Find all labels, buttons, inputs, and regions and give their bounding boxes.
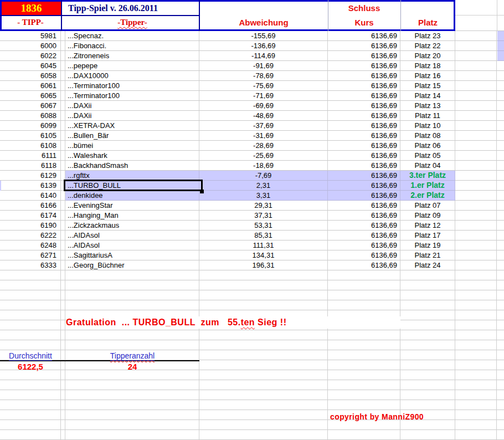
cell-empty[interactable] xyxy=(455,400,497,410)
cell-empty[interactable] xyxy=(497,71,504,81)
cell-platz[interactable]: Platz 09 xyxy=(400,211,455,221)
cell-tipper[interactable]: ...Zitroneneis xyxy=(65,51,199,61)
cell-empty[interactable] xyxy=(497,191,504,201)
cell-platz[interactable] xyxy=(400,400,455,410)
cell-empty[interactable] xyxy=(497,101,504,111)
cell-empty[interactable] xyxy=(497,211,504,221)
cell-tipp[interactable] xyxy=(0,430,61,440)
cell-abweichung[interactable]: -78,69 xyxy=(199,71,328,81)
cell-gap[interactable] xyxy=(61,370,65,380)
cell-empty[interactable] xyxy=(455,430,497,440)
cell-empty[interactable] xyxy=(455,320,497,330)
cell-tipper[interactable] xyxy=(65,400,199,410)
cell-abweichung[interactable] xyxy=(199,380,328,390)
cell-empty[interactable] xyxy=(455,101,497,111)
cell-gap[interactable] xyxy=(61,61,65,71)
cell-kurs[interactable]: 6136,69 xyxy=(328,221,400,231)
cell-abweichung[interactable]: -114,69 xyxy=(199,51,328,61)
cell-tipp[interactable]: 6174 xyxy=(0,211,61,221)
cell-abweichung[interactable]: 29,31 xyxy=(199,201,328,211)
cell-kurs[interactable]: 6136,69 xyxy=(328,111,400,121)
cell-tipper[interactable]: ...Zickzackmaus xyxy=(65,221,199,231)
cell-platz[interactable]: Platz 20 xyxy=(400,51,455,61)
cell-empty[interactable] xyxy=(497,300,504,310)
cell-gap[interactable] xyxy=(61,121,65,131)
cell-tipper[interactable] xyxy=(65,280,199,290)
cell-tipp[interactable] xyxy=(0,410,61,420)
cell-kurs[interactable]: 6136,69 xyxy=(328,191,400,201)
cell-abweichung[interactable]: 85,31 xyxy=(199,231,328,241)
cell-gap[interactable] xyxy=(61,290,65,300)
cell-tipp[interactable] xyxy=(0,300,61,310)
cell-tipp[interactable]: 6190 xyxy=(0,221,61,231)
cell-kurs[interactable]: 6136,69 xyxy=(328,231,400,241)
cell-kurs[interactable] xyxy=(328,420,400,430)
cell-abweichung[interactable]: -155,69 xyxy=(199,31,328,41)
cell-empty[interactable] xyxy=(455,390,497,400)
cell-gap[interactable] xyxy=(61,221,65,231)
cell-tipper[interactable]: ...DAX10000 xyxy=(65,71,199,81)
cell-kurs[interactable]: 6136,69 xyxy=(328,161,400,171)
cell-empty[interactable] xyxy=(455,141,497,151)
cell-abweichung[interactable]: -18,69 xyxy=(199,161,328,171)
cell-abweichung[interactable]: 111,31 xyxy=(199,241,328,250)
cell-tipper[interactable]: ...DAXii xyxy=(65,111,199,121)
cell-empty[interactable] xyxy=(497,241,504,250)
cell-tipper[interactable] xyxy=(65,380,199,390)
cell-tipper[interactable] xyxy=(65,420,199,430)
cell-platz[interactable] xyxy=(400,330,455,340)
selected-cell-border[interactable] xyxy=(64,180,203,191)
sheet-title[interactable]: Tipp-Spiel v. 26.06.2011 xyxy=(68,3,158,13)
durchschnitt-value[interactable]: 6122,5 xyxy=(0,362,61,371)
cell-abweichung[interactable] xyxy=(199,300,328,310)
cell-tipp[interactable] xyxy=(0,380,61,390)
cell-abweichung[interactable]: -136,69 xyxy=(199,41,328,51)
cell-tipper[interactable] xyxy=(65,300,199,310)
cell-abweichung[interactable]: -31,69 xyxy=(199,131,328,141)
cell-tipp[interactable] xyxy=(0,340,61,350)
cell-tipper[interactable] xyxy=(65,410,199,420)
cell-empty[interactable] xyxy=(455,31,497,41)
cell-platz[interactable]: Platz 04 xyxy=(400,161,455,171)
column-header-platz[interactable]: Platz xyxy=(400,18,455,27)
cell-empty[interactable] xyxy=(455,211,497,221)
cell-empty[interactable] xyxy=(497,380,504,390)
cell-platz[interactable] xyxy=(400,370,455,380)
cell-empty[interactable] xyxy=(497,151,504,161)
cell-empty[interactable] xyxy=(455,151,497,161)
cell-empty[interactable] xyxy=(455,300,497,310)
cell-tipp[interactable]: 6088 xyxy=(0,111,61,121)
cell-empty[interactable] xyxy=(455,71,497,81)
cell-tipper[interactable]: ...AIDAsol xyxy=(65,231,199,241)
cell-platz[interactable]: Platz 12 xyxy=(400,221,455,231)
cell-abweichung[interactable]: 3,31 xyxy=(199,191,328,201)
cell-kurs[interactable]: 6136,69 xyxy=(328,131,400,141)
cell-tipp[interactable] xyxy=(0,310,61,320)
cell-abweichung[interactable]: 196,31 xyxy=(199,260,328,270)
cell-tipp[interactable]: 6067 xyxy=(0,101,61,111)
cell-kurs[interactable]: 6136,69 xyxy=(328,71,400,81)
cell-kurs[interactable]: 6136,69 xyxy=(328,171,400,181)
cell-gap[interactable] xyxy=(61,71,65,81)
cell-tipp[interactable]: 6061 xyxy=(0,81,61,91)
column-header-abweichung[interactable]: Abweichung xyxy=(199,18,328,27)
cell-platz[interactable]: Platz 17 xyxy=(400,231,455,241)
cell-tipp[interactable]: 6166 xyxy=(0,201,61,211)
cell-abweichung[interactable]: -75,69 xyxy=(199,81,328,91)
cell-platz[interactable] xyxy=(400,430,455,440)
cell-empty[interactable] xyxy=(497,61,504,71)
cell-gap[interactable] xyxy=(61,390,65,400)
cell-tipper[interactable]: ...BackhandSmash xyxy=(65,161,199,171)
cell-tipper[interactable] xyxy=(65,330,199,340)
cell-gap[interactable] xyxy=(61,91,65,101)
cell-empty[interactable] xyxy=(497,260,504,270)
cell-tipp[interactable] xyxy=(0,420,61,430)
cell-platz[interactable] xyxy=(400,300,455,310)
cell-abweichung[interactable]: -48,69 xyxy=(199,111,328,121)
cell-empty[interactable] xyxy=(455,250,497,260)
cell-platz[interactable] xyxy=(400,350,455,360)
fill-handle[interactable] xyxy=(200,190,204,193)
cell-abweichung[interactable]: -28,69 xyxy=(199,141,328,151)
cell-abweichung[interactable] xyxy=(199,410,328,420)
cell-tipp[interactable]: 6139 xyxy=(0,181,61,191)
